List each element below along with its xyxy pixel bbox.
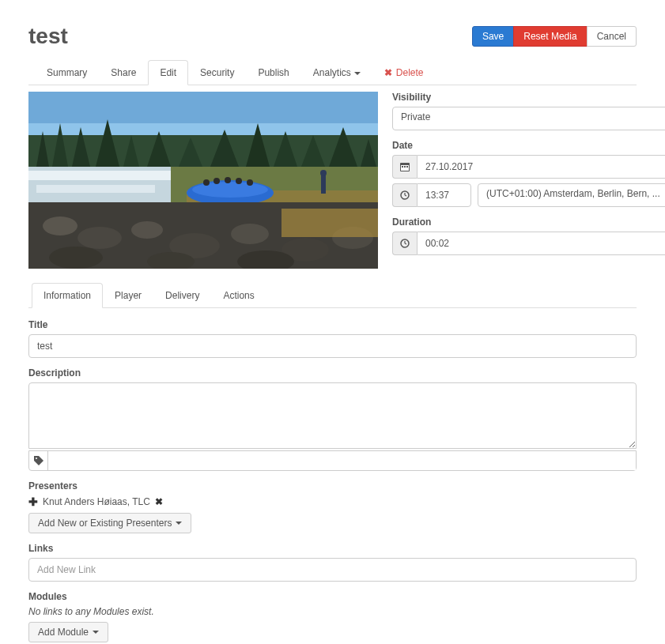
sub-tabs: Information Player Delivery Actions bbox=[28, 283, 637, 308]
svg-point-23 bbox=[203, 179, 210, 186]
presenter-row: ✚ Knut Anders Høiaas, TLC ✖ bbox=[28, 495, 637, 508]
svg-rect-45 bbox=[404, 166, 406, 168]
svg-rect-46 bbox=[406, 166, 408, 168]
date-input[interactable] bbox=[417, 155, 665, 179]
svg-point-33 bbox=[131, 221, 163, 239]
page-title: test bbox=[28, 24, 68, 49]
svg-line-52 bbox=[405, 243, 406, 244]
reset-media-button[interactable]: Reset Media bbox=[513, 26, 587, 47]
chevron-down-icon bbox=[354, 72, 361, 75]
duration-input[interactable] bbox=[417, 232, 665, 255]
svg-line-49 bbox=[405, 195, 406, 196]
tab-publish[interactable]: Publish bbox=[246, 60, 300, 85]
time-input[interactable] bbox=[417, 183, 471, 207]
main-tabs: Summary Share Edit Security Publish Anal… bbox=[28, 60, 637, 85]
media-thumbnail bbox=[28, 92, 378, 269]
tab-analytics[interactable]: Analytics bbox=[301, 60, 372, 85]
svg-point-29 bbox=[320, 170, 327, 176]
save-button[interactable]: Save bbox=[472, 26, 514, 47]
links-label: Links bbox=[28, 543, 637, 554]
visibility-label: Visibility bbox=[392, 92, 665, 103]
subtab-player[interactable]: Player bbox=[103, 283, 153, 308]
date-label: Date bbox=[392, 140, 665, 151]
svg-point-32 bbox=[77, 227, 122, 249]
duration-label: Duration bbox=[392, 217, 665, 228]
clock-icon bbox=[392, 183, 417, 207]
svg-rect-17 bbox=[28, 171, 171, 180]
timezone-select[interactable]: (UTC+01:00) Amsterdam, Berlin, Bern, ... bbox=[478, 183, 665, 207]
chevron-down-icon bbox=[93, 631, 99, 634]
subtab-information[interactable]: Information bbox=[32, 283, 103, 308]
title-label: Title bbox=[28, 319, 637, 330]
chevron-down-icon bbox=[176, 522, 182, 525]
svg-point-53 bbox=[36, 458, 37, 459]
tab-security[interactable]: Security bbox=[188, 60, 246, 85]
subtab-delivery[interactable]: Delivery bbox=[153, 283, 211, 308]
svg-point-22 bbox=[192, 182, 268, 198]
tag-icon bbox=[29, 451, 48, 470]
header-buttons: Save Reset Media Cancel bbox=[472, 26, 637, 47]
plus-icon[interactable]: ✚ bbox=[28, 495, 38, 508]
title-input[interactable] bbox=[28, 334, 637, 358]
svg-rect-41 bbox=[281, 209, 378, 237]
svg-point-27 bbox=[247, 179, 253, 186]
links-input[interactable] bbox=[28, 558, 637, 582]
tab-summary[interactable]: Summary bbox=[35, 60, 99, 85]
svg-point-31 bbox=[43, 217, 77, 235]
svg-rect-28 bbox=[321, 175, 326, 194]
svg-point-26 bbox=[236, 178, 242, 184]
modules-label: Modules bbox=[28, 591, 637, 602]
presenters-label: Presenters bbox=[28, 480, 637, 491]
add-presenter-button[interactable]: Add New or Existing Presenters bbox=[28, 513, 191, 533]
presenter-name: Knut Anders Høiaas, TLC bbox=[43, 496, 150, 507]
svg-rect-1 bbox=[28, 92, 378, 123]
modules-empty-text: No links to any Modules exist. bbox=[28, 606, 637, 617]
description-label: Description bbox=[28, 367, 637, 378]
svg-rect-44 bbox=[402, 166, 403, 168]
delete-icon: ✖ bbox=[384, 67, 392, 78]
tab-delete[interactable]: ✖Delete bbox=[372, 60, 436, 85]
cancel-button[interactable]: Cancel bbox=[587, 26, 637, 47]
calendar-icon bbox=[392, 155, 417, 179]
svg-point-25 bbox=[225, 177, 231, 183]
tags-input[interactable] bbox=[48, 451, 636, 470]
svg-point-24 bbox=[213, 178, 220, 184]
svg-rect-18 bbox=[36, 185, 155, 193]
svg-point-35 bbox=[231, 224, 269, 244]
remove-presenter-icon[interactable]: ✖ bbox=[155, 496, 163, 507]
svg-point-38 bbox=[49, 247, 103, 269]
subtab-actions[interactable]: Actions bbox=[211, 283, 266, 308]
add-module-button[interactable]: Add Module bbox=[28, 622, 108, 642]
tab-share[interactable]: Share bbox=[99, 60, 148, 85]
clock-icon bbox=[392, 232, 417, 255]
visibility-select[interactable]: Private bbox=[392, 107, 665, 130]
tab-edit[interactable]: Edit bbox=[148, 60, 188, 85]
description-textarea[interactable] bbox=[28, 382, 637, 449]
